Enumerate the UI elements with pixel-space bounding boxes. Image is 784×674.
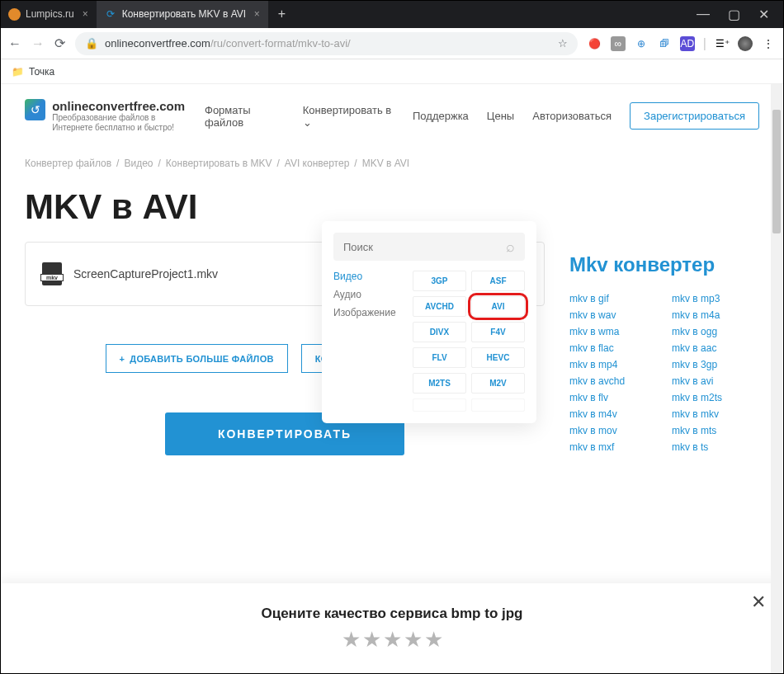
format-chip[interactable]: ASF [471, 271, 525, 291]
format-link[interactable]: mkv в mkv [672, 408, 759, 420]
format-chip[interactable] [413, 398, 466, 412]
category-image[interactable]: Изображение [333, 307, 404, 318]
breadcrumb-item[interactable]: Видео [124, 158, 153, 169]
format-link[interactable]: mkv в mxf [569, 441, 657, 453]
format-chip-avi[interactable]: AVI [471, 296, 525, 317]
chevron-down-icon: ⌄ [303, 116, 312, 129]
bookmark-item[interactable]: Точка [29, 66, 54, 78]
nav-convert[interactable]: Конвертировать в ⌄ [303, 104, 394, 129]
format-link[interactable]: mkv в m2ts [672, 392, 759, 403]
file-name: ScreenCaptureProject1.mkv [73, 267, 218, 280]
format-chip[interactable]: AVCHD [413, 296, 466, 317]
ext-icon[interactable]: AD [680, 36, 695, 51]
breadcrumb-item[interactable]: MKV в AVI [362, 158, 410, 169]
format-link[interactable]: mkv в mts [672, 425, 759, 436]
format-link[interactable]: mkv в avchd [569, 375, 657, 387]
browser-tab-0[interactable]: Lumpics.ru × [0, 0, 97, 28]
ext-icon[interactable]: 🗊 [657, 36, 672, 51]
star-icon[interactable]: ★ [383, 627, 402, 653]
window-controls: — ▢ ✕ [697, 0, 784, 28]
url-host: onlineconvertfree.com [105, 37, 210, 49]
bookmarks-bar: 📁 Точка [0, 59, 784, 84]
ext-icon[interactable]: 🔴 [588, 36, 602, 51]
format-search[interactable]: ⌕ [333, 233, 525, 261]
format-link[interactable]: mkv в wma [569, 326, 657, 337]
format-link[interactable]: mkv в m4a [672, 309, 759, 321]
search-input[interactable] [343, 241, 506, 253]
site-header: ↺ onlineconvertfree.com Преобразование ф… [25, 84, 759, 136]
close-icon[interactable]: × [254, 8, 260, 20]
tab-title: Lumpics.ru [26, 8, 74, 20]
breadcrumb-item[interactable]: AVI конвертер [285, 158, 350, 169]
forward-icon[interactable]: → [31, 36, 45, 51]
search-icon: ⌕ [506, 238, 515, 256]
address-bar: ← → ⟳ 🔒 onlineconvertfree.com/ru/convert… [0, 28, 784, 59]
back-icon[interactable]: ← [8, 36, 21, 51]
url-path: /ru/convert-format/mkv-to-avi/ [210, 37, 351, 49]
signup-button[interactable]: Зарегистрироваться [630, 102, 759, 130]
close-icon[interactable]: ✕ [751, 592, 766, 613]
close-icon[interactable]: × [83, 8, 88, 20]
star-icon[interactable]: ★ [362, 627, 381, 653]
new-tab-button[interactable]: + [268, 0, 295, 28]
format-link[interactable]: mkv в aac [672, 342, 759, 354]
reading-list-icon[interactable]: ☰⁺ [715, 36, 730, 51]
format-chip[interactable]: M2V [471, 373, 525, 394]
sidebar: Mkv конвертер mkv в gif mkv в mp3 mkv в … [569, 242, 759, 453]
format-chip[interactable]: M2TS [413, 373, 466, 394]
star-icon[interactable]: ★ [342, 627, 361, 653]
folder-icon: 📁 [12, 66, 24, 78]
minimize-icon[interactable]: — [697, 7, 710, 21]
format-dropdown: ⌕ Видео Аудио Изображение 3GP ASF AVCHD … [322, 221, 536, 423]
scrollbar-thumb[interactable] [772, 110, 781, 233]
format-link[interactable]: mkv в mov [569, 425, 657, 436]
star-icon[interactable]: ☆ [558, 37, 568, 49]
format-link[interactable]: mkv в ts [672, 441, 759, 453]
menu-icon[interactable]: ⋮ [761, 36, 776, 51]
format-chip[interactable]: F4V [471, 322, 525, 342]
breadcrumb-item[interactable]: Конвертер файлов [25, 158, 111, 169]
browser-titlebar: Lumpics.ru × ⟳ Конвертировать MKV в AVI … [0, 0, 784, 28]
format-chip[interactable]: FLV [413, 347, 466, 368]
star-icon[interactable]: ★ [404, 627, 423, 653]
format-link[interactable]: mkv в wav [569, 309, 657, 321]
breadcrumbs: Конвертер файлов / Видео / Конвертироват… [25, 136, 759, 169]
format-chip[interactable]: 3GP [413, 271, 466, 291]
format-link[interactable]: mkv в m4v [569, 408, 657, 420]
lock-icon: 🔒 [85, 37, 98, 49]
format-link[interactable]: mkv в flac [569, 342, 657, 354]
scrollbar[interactable] [771, 84, 782, 674]
format-link[interactable]: mkv в avi [672, 375, 759, 387]
star-icon[interactable]: ★ [424, 627, 443, 653]
close-window-icon[interactable]: ✕ [758, 7, 769, 22]
url-field[interactable]: 🔒 onlineconvertfree.com/ru/convert-forma… [75, 32, 578, 55]
ext-icon[interactable]: ⊕ [634, 36, 649, 51]
nav-login[interactable]: Авторизоваться [532, 110, 612, 122]
format-link[interactable]: mkv в ogg [672, 326, 759, 337]
category-video[interactable]: Видео [333, 271, 404, 282]
browser-tab-1[interactable]: ⟳ Конвертировать MKV в AVI онл × [97, 0, 268, 28]
format-link[interactable]: mkv в flv [569, 392, 657, 403]
category-audio[interactable]: Аудио [333, 289, 404, 300]
rating-stars[interactable]: ★ ★ ★ ★ ★ [342, 627, 443, 653]
maximize-icon[interactable]: ▢ [728, 7, 740, 22]
main-nav: Форматы файлов Конвертировать в ⌄ Поддер… [205, 102, 759, 130]
format-chip[interactable]: HEVC [471, 347, 525, 368]
nav-pricing[interactable]: Цены [487, 110, 514, 122]
format-link[interactable]: mkv в 3gp [672, 359, 759, 370]
nav-support[interactable]: Поддержка [413, 110, 469, 122]
reload-icon[interactable]: ⟳ [54, 35, 65, 51]
file-icon [42, 262, 62, 285]
format-chip[interactable] [471, 398, 525, 412]
ext-icon[interactable]: ∞ [611, 36, 626, 51]
breadcrumb-item[interactable]: Конвертировать в MKV [166, 158, 272, 169]
format-link[interactable]: mkv в mp4 [569, 359, 657, 370]
format-link[interactable]: mkv в mp3 [672, 293, 759, 304]
site-logo[interactable]: ↺ onlineconvertfree.com Преобразование ф… [25, 99, 188, 133]
format-chip[interactable]: DIVX [413, 322, 466, 342]
add-files-button[interactable]: + ДОБАВИТЬ БОЛЬШЕ ФАЙЛОВ [106, 344, 288, 373]
nav-formats[interactable]: Форматы файлов [205, 104, 285, 129]
format-link[interactable]: mkv в gif [569, 293, 657, 304]
extensions-group: 🔴 ∞ ⊕ 🗊 AD | ☰⁺ ⋮ [588, 36, 776, 51]
profile-avatar[interactable] [738, 36, 753, 51]
